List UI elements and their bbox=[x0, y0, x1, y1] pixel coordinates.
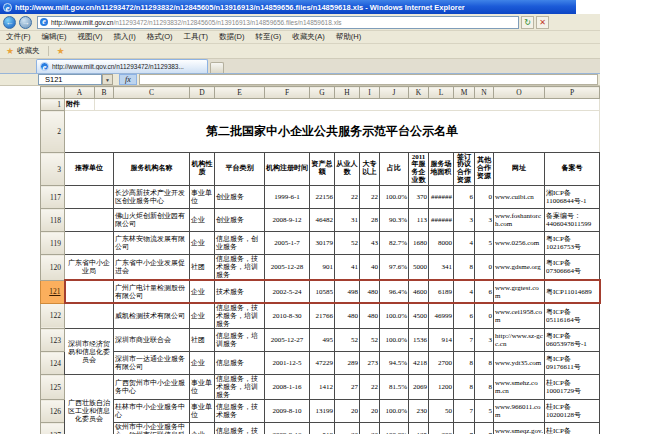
menu-item[interactable]: 帮助(H) bbox=[336, 32, 361, 42]
stop-button[interactable]: ✕ bbox=[536, 16, 549, 29]
cell-assets[interactable]: 518 bbox=[310, 423, 335, 434]
column-header-F[interactable]: F bbox=[265, 87, 310, 99]
cell-website[interactable]: http://www.sz-gcc.cn bbox=[494, 329, 545, 352]
column-header-N[interactable]: N bbox=[475, 87, 494, 99]
cell-agreement_res[interactable]: 4 bbox=[454, 280, 475, 303]
cell-website[interactable]: www.smehz.com.cn bbox=[494, 375, 545, 400]
cell-area[interactable]: ###### bbox=[429, 209, 454, 232]
add-favorite-star-icon[interactable]: ★ bbox=[57, 46, 65, 56]
cell-icp[interactable]: 湘ICP备11006844号-1 bbox=[545, 186, 600, 209]
cell-ratio[interactable]: 96.4% bbox=[380, 280, 409, 303]
cell-served_2011[interactable]: 4218 bbox=[409, 352, 429, 375]
cell-college[interactable]: 20 bbox=[360, 400, 380, 423]
cell-agreement_res[interactable]: 6 bbox=[454, 303, 475, 329]
favorites-star-icon[interactable]: ★ bbox=[6, 46, 14, 56]
cell-nature[interactable]: 社团 bbox=[190, 255, 215, 281]
row-header[interactable]: 2 bbox=[41, 111, 65, 153]
cell-reg_date[interactable]: 2001-12-5 bbox=[265, 352, 310, 375]
row-header[interactable]: 120 bbox=[41, 255, 65, 281]
cell-ratio[interactable]: 90.3% bbox=[380, 209, 409, 232]
cell-assets[interactable]: 46482 bbox=[310, 209, 335, 232]
cell-agreement_res[interactable]: 7 bbox=[454, 329, 475, 352]
cell-college[interactable]: 22 bbox=[360, 375, 380, 400]
menu-item[interactable]: 视图(V) bbox=[78, 32, 103, 42]
cell-assets[interactable]: 901 bbox=[310, 255, 335, 281]
cell-area[interactable]: 341 bbox=[429, 255, 454, 281]
cell-website[interactable]: www.cei1958.com bbox=[494, 303, 545, 329]
column-header-D[interactable]: D bbox=[190, 87, 215, 99]
cell-area[interactable]: 6189 bbox=[429, 280, 454, 303]
cell-served_2011[interactable]: 230 bbox=[409, 400, 429, 423]
cell-assets[interactable]: 1412 bbox=[310, 375, 335, 400]
cell-reg_date[interactable]: 1999-6-1 bbox=[265, 186, 310, 209]
favorites-label[interactable]: 收藏夹 bbox=[17, 46, 40, 56]
cell-website[interactable]: www.966011.com bbox=[494, 400, 545, 423]
cell-name[interactable]: 威凯检测技术有限公司 bbox=[114, 303, 190, 329]
cell-served_2011[interactable]: 2069 bbox=[409, 375, 429, 400]
cell-unit[interactable] bbox=[65, 232, 114, 255]
cell-area[interactable]: 200 bbox=[429, 423, 454, 434]
cell-staff[interactable]: 52 bbox=[335, 232, 360, 255]
row-header[interactable]: 126 bbox=[41, 400, 65, 423]
cell-other_res[interactable]: 5 bbox=[475, 232, 494, 255]
cell-other_res[interactable]: 0 bbox=[475, 255, 494, 281]
cell-unit[interactable]: 广西壮族自治区工业和信息化委员会 bbox=[65, 375, 114, 434]
col-header-nature[interactable]: 机构性质 bbox=[190, 153, 215, 186]
cell-served_2011[interactable]: 5000 bbox=[409, 255, 429, 281]
titlebar[interactable]: e http://www.miit.gov.cn/n11293472/n1129… bbox=[0, 0, 576, 14]
col-header-served[interactable]: 2011年服务企业数 bbox=[409, 153, 429, 186]
name-box[interactable]: S121 bbox=[38, 74, 102, 85]
cell-other_res[interactable]: 8 bbox=[475, 375, 494, 400]
cell-agreement_res[interactable]: 7 bbox=[454, 423, 475, 434]
cell-name[interactable]: 广东林安物流发展有限公司 bbox=[114, 232, 190, 255]
row-header[interactable]: 119 bbox=[41, 232, 65, 255]
column-header-K[interactable]: K bbox=[409, 87, 429, 99]
cell-icp[interactable]: 粤ICP备09176611号 bbox=[545, 352, 600, 375]
cell-unit[interactable] bbox=[65, 280, 114, 303]
col-header-reg-time[interactable]: 机构注册时间 bbox=[265, 153, 310, 186]
cell-unit[interactable]: 深圳市经济贸易和信息化委员会 bbox=[65, 329, 114, 375]
cell-college[interactable]: 23 bbox=[360, 423, 380, 434]
cell-served_2011[interactable]: 1536 bbox=[409, 329, 429, 352]
col-header-ratio[interactable]: 占比 bbox=[380, 153, 409, 186]
cell-served_2011[interactable]: 125 bbox=[409, 423, 429, 434]
cell-name[interactable]: 深圳市一达通企业服务有限公司 bbox=[114, 352, 190, 375]
menu-item[interactable]: 格式(O) bbox=[147, 32, 173, 42]
cell-name[interactable]: 佛山火炬创新创业园有限公司 bbox=[114, 209, 190, 232]
menu-item[interactable]: 文件(F) bbox=[6, 32, 31, 42]
column-header-A[interactable]: A bbox=[65, 87, 95, 99]
cell-icp[interactable]: 桂ICP备10200128号 bbox=[545, 400, 600, 423]
cell-icp[interactable]: 备案编号：4406043011599 bbox=[545, 209, 600, 232]
menu-item[interactable]: 数据(D) bbox=[219, 32, 244, 42]
cell-staff[interactable]: 22 bbox=[335, 186, 360, 209]
cell-other_res[interactable]: 3 bbox=[475, 329, 494, 352]
cell-assets[interactable]: 22156 bbox=[310, 186, 335, 209]
cell-reg_date[interactable]: 2008-9-12 bbox=[265, 209, 310, 232]
cell-college[interactable]: 273 bbox=[360, 352, 380, 375]
col-header-staff[interactable]: 从业人数 bbox=[335, 153, 360, 186]
cell-staff[interactable]: 20 bbox=[335, 400, 360, 423]
cell-reg_date[interactable]: 2009-9-16 bbox=[265, 423, 310, 434]
row-header[interactable]: 122 bbox=[41, 303, 65, 329]
cell-area[interactable]: 1200 bbox=[429, 375, 454, 400]
cell-website[interactable]: www.foshantorch.com bbox=[494, 209, 545, 232]
cell-reg_date[interactable]: 2008-1-16 bbox=[265, 375, 310, 400]
cell-area[interactable]: 914 bbox=[429, 329, 454, 352]
col-header-name[interactable]: 服务机构名称 bbox=[114, 153, 190, 186]
cell-name[interactable]: 广西贺州市中小企业服务中心 bbox=[114, 375, 190, 400]
cell-staff[interactable]: 498 bbox=[335, 280, 360, 303]
cell-category[interactable]: 信息服务，技术服务，培训服务 bbox=[215, 255, 265, 281]
cell-ratio[interactable]: 100.0% bbox=[380, 329, 409, 352]
sheet-title-cell[interactable]: 第二批国家中小企业公共服务示范平台公示名单 bbox=[65, 111, 600, 153]
col-header-icp[interactable]: 备案号 bbox=[545, 153, 600, 186]
col-header-agreement[interactable]: 签订协议合作资源 bbox=[454, 153, 475, 186]
cell-name[interactable]: 深圳市商业联合会 bbox=[114, 329, 190, 352]
cell-staff[interactable]: 27 bbox=[335, 375, 360, 400]
cell-reg_date[interactable]: 2005-12-27 bbox=[265, 329, 310, 352]
cell-college[interactable]: 40 bbox=[360, 255, 380, 281]
cell-category[interactable]: 信息服务，技术服务 bbox=[215, 400, 265, 423]
column-header-P[interactable]: P bbox=[545, 87, 600, 99]
cell-reg_date[interactable]: 2009-8-10 bbox=[265, 400, 310, 423]
cell-staff[interactable]: 41 bbox=[335, 255, 360, 281]
cell-reg_date[interactable]: 2005-1-7 bbox=[265, 232, 310, 255]
